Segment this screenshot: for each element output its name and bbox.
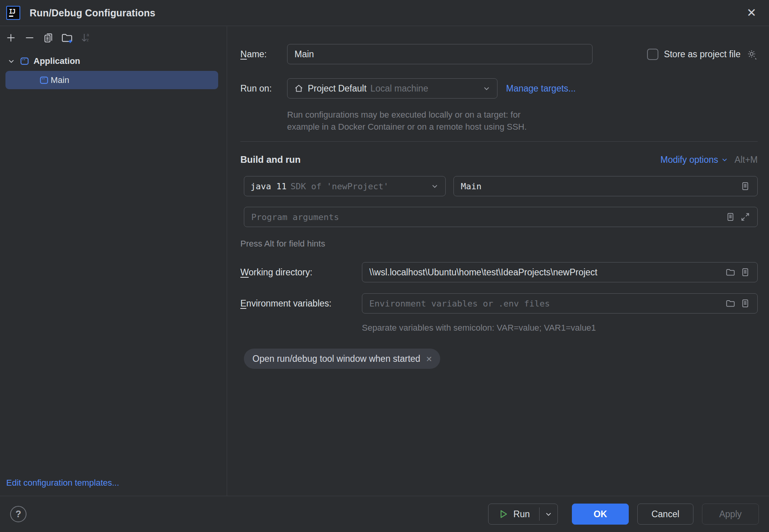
build-and-run-section-header: Build and run Modify options Alt+M	[240, 154, 758, 165]
close-icon[interactable]: ✕	[745, 6, 758, 19]
svg-text:a: a	[87, 32, 89, 37]
open-tool-window-chip: Open run/debug tool window when started …	[244, 349, 440, 369]
run-button[interactable]: Run	[489, 504, 539, 524]
chevron-down-icon	[430, 182, 439, 190]
environment-variables-field	[362, 293, 758, 314]
run-play-icon	[498, 509, 509, 520]
tree-group-application[interactable]: Application	[0, 52, 227, 70]
name-field	[287, 44, 593, 64]
working-directory-input[interactable]	[362, 262, 725, 282]
insert-macros-icon[interactable]	[725, 212, 735, 222]
environment-variables-hint: Separate variables with semicolon: VAR=v…	[362, 323, 758, 333]
modify-options-link[interactable]: Modify options	[660, 155, 728, 165]
insert-macros-icon[interactable]	[740, 181, 750, 191]
configuration-form: Name: Store as project file Run on: Proj…	[228, 26, 769, 496]
home-icon	[294, 83, 304, 93]
svg-text:z: z	[87, 37, 89, 42]
tree-item-main[interactable]: Main	[5, 71, 218, 89]
sdk-and-class-row: java 11 SDK of 'newProject'	[244, 176, 758, 196]
environment-variables-row: Environment variables:	[240, 293, 758, 314]
application-type-icon	[39, 75, 49, 85]
run-debug-configurations-dialog: IJ Run/Debug Configurations ✕ az	[0, 0, 769, 532]
working-directory-row: Working directory:	[240, 262, 758, 282]
insert-macros-icon[interactable]	[740, 267, 750, 277]
working-directory-label: Working directory:	[240, 267, 362, 278]
dialog-titlebar: IJ Run/Debug Configurations ✕	[0, 0, 769, 26]
program-arguments-input[interactable]	[244, 207, 725, 227]
chip-close-icon[interactable]: ✕	[426, 354, 432, 363]
modify-options-shortcut: Alt+M	[735, 155, 758, 165]
sort-configurations-button[interactable]: az	[76, 30, 95, 46]
minus-icon	[24, 32, 35, 44]
chevron-down-icon	[721, 156, 728, 164]
sort-az-icon: az	[80, 32, 92, 44]
apply-button[interactable]: Apply	[702, 504, 759, 525]
new-folder-button[interactable]	[58, 30, 76, 46]
jre-sdk-dropdown[interactable]: java 11 SDK of 'newProject'	[244, 176, 446, 196]
run-split-button: Run	[488, 504, 558, 525]
store-as-project-file-checkbox[interactable]	[647, 49, 658, 60]
tree-item-label: Main	[51, 75, 69, 85]
main-class-input[interactable]	[454, 176, 740, 196]
chip-label: Open run/debug tool window when started	[252, 354, 420, 364]
main-class-field	[453, 176, 758, 196]
program-arguments-field	[244, 207, 758, 227]
manage-targets-link[interactable]: Manage targets...	[506, 83, 576, 94]
configurations-sidebar: az Application Main Edit configuration t…	[0, 26, 227, 496]
browse-folder-icon[interactable]	[725, 267, 735, 277]
remove-configuration-button[interactable]	[20, 30, 39, 46]
sidebar-toolbar: az	[0, 26, 227, 49]
copy-configuration-button[interactable]	[39, 30, 58, 46]
gear-icon[interactable]	[746, 48, 758, 60]
chevron-down-icon	[7, 57, 16, 65]
build-and-run-title: Build and run	[240, 154, 301, 165]
cancel-button[interactable]: Cancel	[637, 504, 693, 525]
name-input[interactable]	[287, 44, 587, 64]
section-divider	[240, 141, 758, 142]
insert-macros-icon[interactable]	[740, 298, 750, 308]
name-row: Name: Store as project file	[240, 44, 758, 64]
run-on-label: Run on:	[240, 83, 287, 94]
plus-icon	[5, 32, 17, 44]
sdk-value: java 11	[250, 181, 287, 191]
ok-button[interactable]: OK	[572, 504, 629, 525]
browse-folder-icon[interactable]	[725, 298, 735, 308]
intellij-idea-logo-icon: IJ	[6, 6, 20, 20]
help-icon[interactable]: ?	[10, 506, 26, 522]
store-as-project-file-group: Store as project file	[647, 48, 758, 60]
run-on-row: Run on: Project Default Local machine Ma…	[240, 78, 758, 99]
environment-variables-label: Environment variables:	[240, 298, 362, 309]
edit-configuration-templates-link[interactable]: Edit configuration templates...	[6, 478, 119, 488]
copy-icon	[42, 32, 54, 44]
add-configuration-button[interactable]	[2, 30, 20, 46]
working-directory-field	[362, 262, 758, 282]
new-folder-icon	[61, 32, 73, 44]
expand-field-icon[interactable]	[740, 212, 750, 222]
dialog-title: Run/Debug Configurations	[30, 7, 155, 19]
chevron-down-icon	[544, 510, 553, 518]
run-target-value: Project Default	[308, 83, 367, 94]
name-label: Name:	[240, 49, 287, 60]
chevron-down-icon	[482, 84, 491, 93]
run-on-hint: Run configurations may be executed local…	[287, 109, 758, 133]
run-target-dropdown[interactable]: Project Default Local machine	[287, 78, 497, 99]
dialog-footer: ? Run OK Cancel Apply	[0, 496, 769, 532]
run-options-chevron-button[interactable]	[540, 504, 557, 524]
configurations-tree: Application Main	[0, 52, 227, 89]
program-arguments-row	[244, 207, 758, 227]
press-alt-hint: Press Alt for field hints	[240, 239, 758, 249]
environment-variables-input[interactable]	[362, 294, 725, 313]
application-type-icon	[19, 56, 30, 66]
tree-group-label: Application	[34, 56, 80, 66]
sdk-suffix: SDK of 'newProject'	[291, 181, 389, 191]
run-target-suffix: Local machine	[370, 83, 428, 94]
store-as-project-file-label: Store as project file	[664, 49, 741, 60]
